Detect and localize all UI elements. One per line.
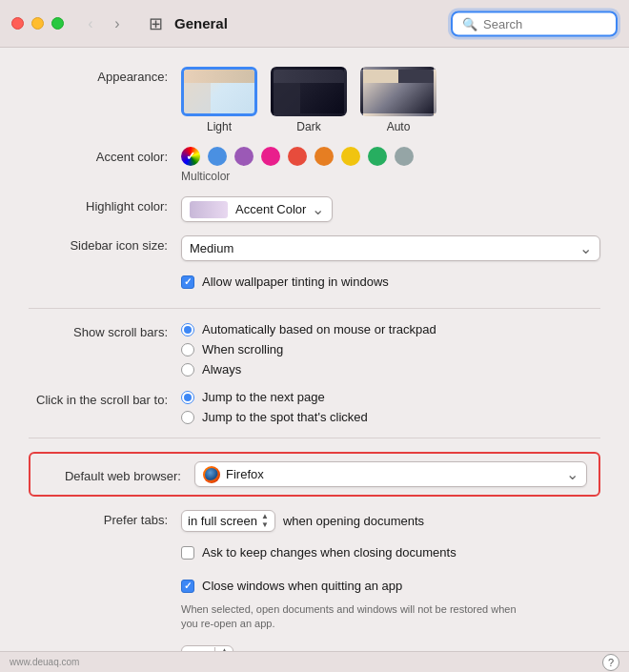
scroll-bars-content: Automatically based on mouse or trackpad… xyxy=(181,322,600,377)
search-box[interactable]: 🔍 xyxy=(451,10,618,36)
close-windows-note: When selected, open documents and window… xyxy=(181,602,524,632)
light-thumb[interactable] xyxy=(181,67,257,116)
prefer-tabs-dropdown[interactable]: in full screen ▲ ▼ xyxy=(181,510,275,532)
scroll-scrolling-radio[interactable] xyxy=(181,343,194,356)
wallpaper-tinting-label: Allow wallpaper tinting in windows xyxy=(202,275,389,289)
sidebar-icon-value: Medium xyxy=(190,241,233,255)
click-next-page-row: Jump to the next page xyxy=(181,390,600,404)
appearance-dark[interactable]: Dark xyxy=(271,67,347,133)
default-browser-value: Firefox xyxy=(226,467,264,481)
keep-changes-row: Ask to keep changes when closing documen… xyxy=(29,545,600,565)
prefer-tabs-inner: in full screen ▲ ▼ when opening document… xyxy=(181,510,600,532)
click-scroll-options: Jump to the next page Jump to the spot t… xyxy=(181,390,600,424)
traffic-lights xyxy=(11,17,64,30)
grid-icon[interactable]: ⊞ xyxy=(144,12,167,35)
sidebar-icon-arrow: ⌄ xyxy=(579,239,592,257)
multicolor-label: Multicolor xyxy=(181,170,600,183)
scroll-auto-radio[interactable] xyxy=(181,323,194,336)
help-button[interactable]: ? xyxy=(602,654,619,671)
click-next-page-radio[interactable] xyxy=(181,391,194,404)
forward-button[interactable]: › xyxy=(106,12,129,35)
dark-thumb[interactable] xyxy=(271,67,347,116)
highlight-color-row: Highlight color: Accent Color ⌄ xyxy=(29,196,600,222)
prefer-tabs-value: in full screen xyxy=(188,514,257,528)
click-next-page-label: Jump to the next page xyxy=(202,390,325,404)
keep-changes-label: Ask to keep changes when closing documen… xyxy=(202,545,457,560)
sidebar-icon-row: Sidebar icon size: Medium ⌄ xyxy=(29,235,600,261)
scroll-bars-label: Show scroll bars: xyxy=(29,322,181,339)
highlight-color-preview xyxy=(190,201,228,218)
prefer-tabs-content: in full screen ▲ ▼ when opening document… xyxy=(181,510,600,532)
prefer-tabs-suffix: when opening documents xyxy=(283,514,424,528)
accent-graphite[interactable] xyxy=(395,147,414,166)
accent-multicolor[interactable] xyxy=(181,147,200,166)
close-windows-content: Close windows when quitting an app When … xyxy=(181,579,600,632)
close-windows-checkbox-row: Close windows when quitting an app xyxy=(181,579,600,593)
default-browser-section: Default web browser: Firefox ⌄ xyxy=(29,452,600,497)
highlight-color-dropdown[interactable]: Accent Color ⌄ xyxy=(181,196,333,222)
highlight-dropdown-row: Accent Color ⌄ xyxy=(181,196,600,222)
accent-orange[interactable] xyxy=(314,147,334,166)
wallpaper-tinting-empty-label xyxy=(29,275,181,277)
search-input[interactable] xyxy=(483,16,606,31)
dark-label: Dark xyxy=(296,120,320,133)
sidebar-icon-content: Medium ⌄ xyxy=(181,235,600,261)
divider-1 xyxy=(29,308,600,309)
auto-thumb[interactable] xyxy=(360,67,436,116)
prefer-tabs-label: Prefer tabs: xyxy=(29,510,181,527)
highlight-color-arrow: ⌄ xyxy=(312,200,324,218)
accent-pink[interactable] xyxy=(261,147,280,166)
close-button[interactable] xyxy=(11,17,24,30)
scroll-scrolling-row: When scrolling xyxy=(181,342,600,356)
appearance-auto[interactable]: Auto xyxy=(360,67,436,133)
minimize-button[interactable] xyxy=(31,17,44,30)
close-windows-checkbox[interactable] xyxy=(181,580,194,593)
scroll-auto-label: Automatically based on mouse or trackpad xyxy=(202,322,436,336)
scroll-bars-row: Show scroll bars: Automatically based on… xyxy=(29,322,600,377)
scroll-always-radio[interactable] xyxy=(181,363,194,377)
default-browser-dropdown[interactable]: Firefox ⌄ xyxy=(194,461,587,487)
sidebar-icon-dropdown[interactable]: Medium ⌄ xyxy=(181,235,600,261)
click-scroll-content: Jump to the next page Jump to the spot t… xyxy=(181,390,600,424)
browser-inner: Firefox xyxy=(203,466,264,483)
scroll-bars-options: Automatically based on mouse or trackpad… xyxy=(181,322,600,377)
click-scroll-label: Click in the scroll bar to: xyxy=(29,390,181,407)
auto-label: Auto xyxy=(387,120,411,133)
browser-dropdown-arrow: ⌄ xyxy=(566,465,578,483)
nav-arrows: ‹ › xyxy=(79,12,129,35)
accent-yellow[interactable] xyxy=(341,147,360,166)
appearance-content: Light Dark Auto xyxy=(181,67,600,133)
click-spot-radio[interactable] xyxy=(181,411,194,424)
highlight-color-value: Accent Color xyxy=(235,202,306,216)
keep-changes-checkbox-row: Ask to keep changes when closing documen… xyxy=(181,545,600,560)
wallpaper-tinting-row: Allow wallpaper tinting in windows xyxy=(29,275,600,295)
sidebar-icon-label: Sidebar icon size: xyxy=(29,235,181,253)
back-button[interactable]: ‹ xyxy=(79,12,102,35)
bottom-bar: www.deuaq.com ? xyxy=(0,651,629,672)
appearance-light[interactable]: Light xyxy=(181,67,257,133)
fullscreen-button[interactable] xyxy=(51,17,64,30)
accent-purple[interactable] xyxy=(234,147,254,166)
keep-changes-content: Ask to keep changes when closing documen… xyxy=(181,545,600,565)
accent-green[interactable] xyxy=(368,147,387,166)
scroll-auto-row: Automatically based on mouse or trackpad xyxy=(181,322,600,336)
click-scroll-row: Click in the scroll bar to: Jump to the … xyxy=(29,390,600,424)
page-title: General xyxy=(174,15,228,31)
firefox-icon xyxy=(203,466,220,483)
scroll-scrolling-label: When scrolling xyxy=(202,342,283,356)
scroll-always-row: Always xyxy=(181,362,600,377)
prefer-tabs-arrow: ▲ ▼ xyxy=(261,513,269,529)
scroll-always-label: Always xyxy=(202,362,241,377)
default-browser-content: Firefox ⌄ xyxy=(194,461,587,487)
close-windows-row: Close windows when quitting an app When … xyxy=(29,579,600,632)
appearance-row: Appearance: Light Dark Auto xyxy=(29,67,600,133)
close-windows-label: Close windows when quitting an app xyxy=(202,579,402,593)
accent-blue[interactable] xyxy=(208,147,227,166)
divider-2 xyxy=(29,438,600,438)
wallpaper-tinting-checkbox[interactable] xyxy=(181,275,194,289)
accent-red[interactable] xyxy=(288,147,307,166)
keep-changes-checkbox[interactable] xyxy=(181,546,194,560)
accent-color-content: Multicolor xyxy=(181,147,600,183)
content-area: Appearance: Light Dark Auto Accent color… xyxy=(0,48,629,672)
accent-color-options xyxy=(181,147,600,166)
